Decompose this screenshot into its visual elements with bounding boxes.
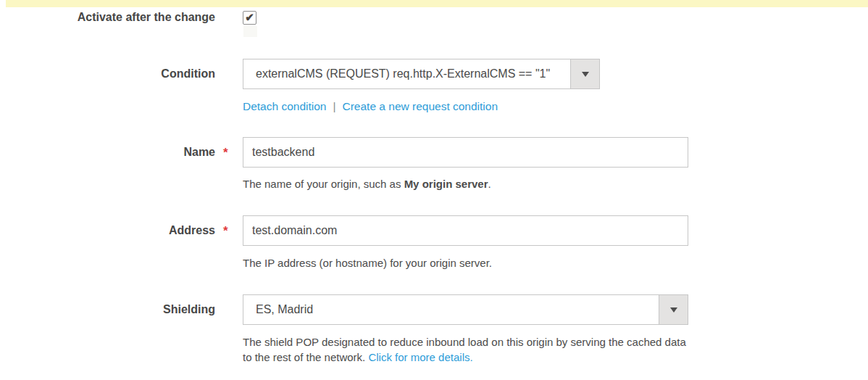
name-help-text: The name of your origin, such as My orig… [0,176,868,191]
condition-links-row: Detach condition | Create a new request … [0,99,868,114]
shielding-label: Shielding [0,303,215,316]
condition-label: Condition [0,67,215,80]
condition-select-value: externalCMS (REQUEST) req.http.X-Externa… [243,59,570,88]
condition-dropdown-button[interactable] [570,59,599,88]
activate-checkbox[interactable]: ✔ [243,11,256,25]
checkbox-shadow [243,26,257,37]
name-help-bold: My origin server [404,178,488,190]
detach-condition-link[interactable]: Detach condition [243,100,326,113]
unsaved-changes-banner [6,0,868,7]
shielding-help-text: The shield POP designated to reduce inbo… [0,334,696,365]
field-row-shielding: Shielding ES, Madrid [0,294,868,325]
checkmark-icon: ✔ [245,12,254,22]
origin-form: Activate after the change ✔ Condition ex… [0,0,868,365]
chevron-down-icon [582,72,589,77]
shielding-select[interactable]: ES, Madrid [243,294,688,325]
condition-select[interactable]: externalCMS (REQUEST) req.http.X-Externa… [243,59,600,89]
name-input[interactable] [243,137,688,168]
field-row-activate: Activate after the change ✔ [0,9,868,25]
shielding-more-details-link[interactable]: Click for more details. [368,351,472,363]
address-required-asterisk: * [215,225,243,237]
address-label: Address [0,224,215,237]
address-input[interactable] [243,215,688,246]
shielding-select-value: ES, Madrid [243,295,659,324]
name-help-suffix: . [488,178,491,190]
name-help-prefix: The name of your origin, such as [243,178,404,190]
field-row-condition: Condition externalCMS (REQUEST) req.http… [0,59,868,89]
field-row-name: Name * [0,137,868,168]
field-row-address: Address * [0,215,868,246]
name-required-asterisk: * [215,146,243,159]
shielding-dropdown-button[interactable] [659,295,688,324]
create-request-condition-link[interactable]: Create a new request condition [343,100,498,113]
links-separator: | [333,100,335,113]
activate-label: Activate after the change [0,11,215,24]
name-label: Name [0,146,215,159]
address-help-text: The IP address (or hostname) for your or… [0,255,868,270]
chevron-down-icon [670,307,677,313]
